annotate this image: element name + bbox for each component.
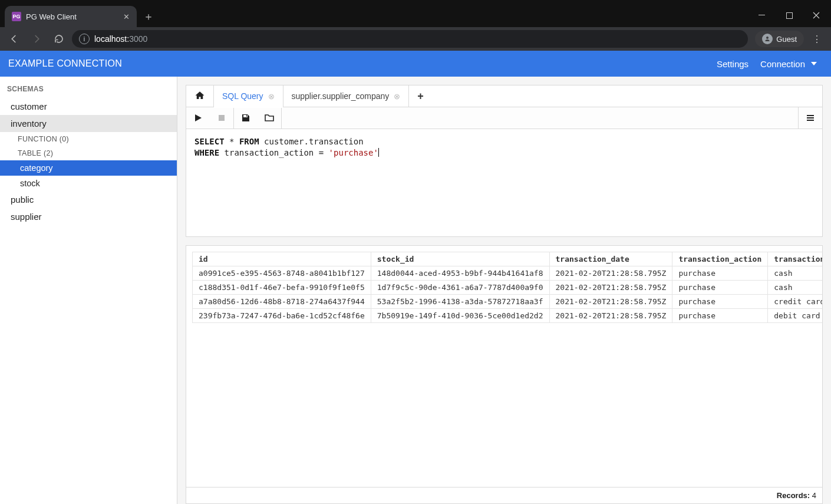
table-cell: 148d0044-aced-4953-b9bf-944b41641af8 bbox=[371, 266, 549, 281]
view-options-button[interactable] bbox=[799, 107, 822, 129]
results-panel: idstock_idtransaction_datetransaction_ac… bbox=[186, 245, 823, 504]
browser-menu-button[interactable]: ⋮ bbox=[807, 29, 826, 48]
browser-tab-title: PG Web Client bbox=[26, 12, 77, 21]
svg-rect-5 bbox=[807, 120, 814, 121]
tab-label: supplier.supplier_company bbox=[292, 91, 390, 101]
table-row[interactable]: a7a80d56-12d6-48b8-8718-274a6437f94453a2… bbox=[193, 295, 823, 309]
table-cell: 1d7f9c5c-90de-4361-a6a7-7787d400a9f0 bbox=[371, 281, 549, 295]
table-cell: 2021-02-20T21:28:58.795Z bbox=[549, 309, 672, 323]
table-cell: purchase bbox=[672, 266, 768, 281]
schema-customer[interactable]: customer bbox=[0, 98, 177, 115]
table-cell: cash bbox=[768, 266, 822, 281]
results-status: Records: 4 bbox=[186, 487, 822, 503]
maximize-button[interactable] bbox=[776, 4, 803, 27]
svg-rect-4 bbox=[807, 117, 814, 118]
table-cell: cash bbox=[768, 281, 822, 295]
back-button[interactable] bbox=[5, 29, 24, 48]
forward-button[interactable] bbox=[27, 29, 46, 48]
new-tab-button[interactable]: ＋ bbox=[140, 8, 157, 25]
column-header[interactable]: transaction_facilitator bbox=[768, 252, 822, 266]
schema-public[interactable]: public bbox=[0, 191, 177, 208]
tab-sql-query[interactable]: SQL Query ⊗ bbox=[214, 85, 283, 108]
table-header-row: idstock_idtransaction_datetransaction_ac… bbox=[193, 252, 823, 266]
address-bar[interactable]: i localhost:3000 bbox=[72, 30, 748, 48]
close-window-button[interactable] bbox=[803, 4, 830, 27]
table-cell: 53a2f5b2-1996-4138-a3da-57872718aa3f bbox=[371, 295, 549, 309]
browser-toolbar: i localhost:3000 Guest ⋮ bbox=[0, 27, 831, 51]
schema-supplier[interactable]: supplier bbox=[0, 208, 177, 225]
tab-label: SQL Query bbox=[222, 91, 263, 101]
results-scroll[interactable]: idstock_idtransaction_datetransaction_ac… bbox=[186, 246, 822, 487]
table-cell: a7a80d56-12d6-48b8-8718-274a6437f944 bbox=[193, 295, 371, 309]
schema-inventory-functions[interactable]: FUNCTION (0) bbox=[0, 132, 177, 146]
close-tab-icon[interactable]: ⊗ bbox=[394, 92, 400, 101]
table-cell: purchase bbox=[672, 295, 768, 309]
run-query-button[interactable] bbox=[186, 107, 210, 129]
open-query-button[interactable] bbox=[258, 107, 281, 129]
connection-menu[interactable]: Connection bbox=[754, 59, 823, 69]
svg-rect-1 bbox=[786, 12, 792, 18]
schema-inventory[interactable]: inventory bbox=[0, 115, 177, 132]
table-cell: purchase bbox=[672, 281, 768, 295]
column-header[interactable]: transaction_date bbox=[549, 252, 672, 266]
table-row[interactable]: a0991ce5-e395-4563-8748-a8041b1bf127148d… bbox=[193, 266, 823, 281]
profile-label: Guest bbox=[776, 35, 797, 44]
table-cell: 239fb73a-7247-476d-ba6e-1cd52cf48f6e bbox=[193, 309, 371, 323]
table-row[interactable]: c188d351-0d1f-46e7-befa-9910f9f1e0f51d7f… bbox=[193, 281, 823, 295]
add-tab-button[interactable]: + bbox=[409, 85, 432, 107]
table-category[interactable]: category bbox=[0, 160, 177, 176]
svg-rect-3 bbox=[807, 115, 814, 116]
sidebar: SCHEMAS customer inventory FUNCTION (0) … bbox=[0, 77, 177, 504]
schema-inventory-tables[interactable]: TABLE (2) bbox=[0, 146, 177, 160]
settings-button[interactable]: Settings bbox=[711, 59, 754, 69]
results-table: idstock_idtransaction_datetransaction_ac… bbox=[192, 252, 822, 323]
table-cell: purchase bbox=[672, 309, 768, 323]
sql-editor[interactable]: SELECT * FROM customer.transaction WHERE… bbox=[186, 129, 823, 237]
table-cell: 2021-02-20T21:28:58.795Z bbox=[549, 266, 672, 281]
table-cell: a0991ce5-e395-4563-8748-a8041b1bf127 bbox=[193, 266, 371, 281]
table-cell: debit card bbox=[768, 309, 822, 323]
column-header[interactable]: stock_id bbox=[371, 252, 549, 266]
save-query-button[interactable] bbox=[234, 107, 258, 129]
column-header[interactable]: id bbox=[193, 252, 371, 266]
app-root: EXAMPLE CONNECTION Settings Connection S… bbox=[0, 51, 831, 504]
favicon-icon: PG bbox=[12, 12, 21, 21]
browser-tab-strip: PG PG Web Client ✕ ＋ bbox=[0, 0, 831, 27]
table-cell: 2021-02-20T21:28:58.795Z bbox=[549, 295, 672, 309]
url: localhost:3000 bbox=[94, 34, 147, 44]
editor-toolbar bbox=[186, 107, 823, 129]
profile-chip[interactable]: Guest bbox=[755, 31, 804, 47]
tab-home[interactable] bbox=[186, 85, 214, 107]
svg-rect-0 bbox=[759, 15, 765, 15]
stop-query-button bbox=[210, 107, 233, 129]
sidebar-section-label: SCHEMAS bbox=[0, 77, 177, 98]
close-tab-icon[interactable]: ✕ bbox=[123, 12, 130, 21]
table-cell: 7b50919e-149f-410d-9036-5ce00d1ed2d2 bbox=[371, 309, 549, 323]
main-panel: SQL Query ⊗ supplier.supplier_company ⊗ … bbox=[177, 77, 831, 504]
app-header: EXAMPLE CONNECTION Settings Connection bbox=[0, 51, 831, 77]
reload-button[interactable] bbox=[50, 29, 68, 48]
home-icon bbox=[194, 90, 205, 103]
tab-bar: SQL Query ⊗ supplier.supplier_company ⊗ … bbox=[186, 85, 823, 107]
connection-title: EXAMPLE CONNECTION bbox=[8, 58, 122, 69]
table-cell: 2021-02-20T21:28:58.795Z bbox=[549, 281, 672, 295]
close-tab-icon[interactable]: ⊗ bbox=[268, 92, 275, 101]
tab-supplier-company[interactable]: supplier.supplier_company ⊗ bbox=[283, 85, 410, 107]
svg-rect-2 bbox=[219, 115, 225, 121]
site-info-icon[interactable]: i bbox=[79, 34, 90, 44]
window-controls bbox=[748, 4, 831, 27]
column-header[interactable]: transaction_action bbox=[672, 252, 768, 266]
table-row[interactable]: 239fb73a-7247-476d-ba6e-1cd52cf48f6e7b50… bbox=[193, 309, 823, 323]
minimize-button[interactable] bbox=[748, 4, 776, 27]
table-stock[interactable]: stock bbox=[0, 176, 177, 191]
table-cell: c188d351-0d1f-46e7-befa-9910f9f1e0f5 bbox=[193, 281, 371, 295]
table-cell: credit card bbox=[768, 295, 822, 309]
browser-tab[interactable]: PG PG Web Client ✕ bbox=[5, 6, 137, 27]
avatar-icon bbox=[762, 34, 773, 44]
